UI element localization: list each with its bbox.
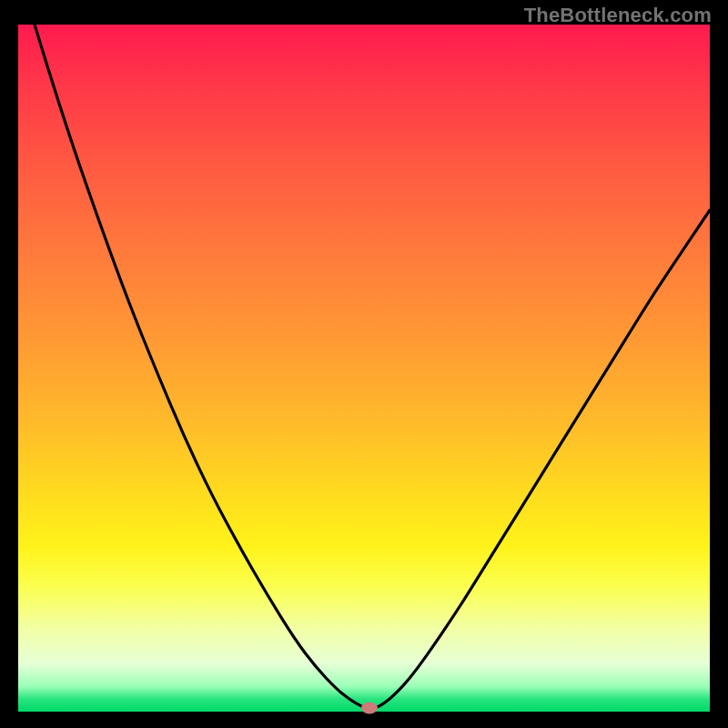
plot-area [18,25,710,712]
gradient-background [18,25,710,712]
watermark-text: TheBottleneck.com [524,4,712,27]
chart-frame: TheBottleneck.com [0,0,728,728]
minimum-marker [361,703,378,714]
